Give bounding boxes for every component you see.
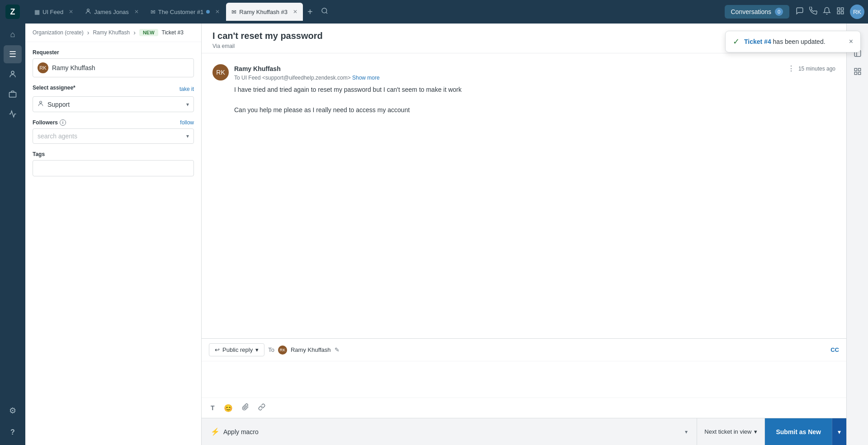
message-body: I have tried and tried again to reset my… — [234, 85, 835, 115]
tab-icon-the-customer: ✉ — [151, 9, 156, 15]
tags-label: Tags — [33, 151, 194, 157]
assignee-value: Support — [47, 101, 183, 108]
messages-area: RK Ramy Khuffash ⋮ 15 minutes ago To UI … — [202, 53, 846, 338]
tab-ui-feed[interactable]: ▦ UI Feed ✕ — [29, 3, 79, 21]
svg-point-2 — [11, 71, 14, 74]
svg-point-10 — [40, 101, 42, 104]
message-body-line2: Can you help me please as I really need … — [234, 105, 835, 115]
tab-the-customer[interactable]: ✉ The Customer #1 ✕ — [145, 3, 225, 21]
breadcrumb-org[interactable]: Organization (create) — [33, 29, 84, 36]
tab-search-button[interactable] — [317, 7, 332, 16]
reply-type-button[interactable]: ↩ Public reply ▾ — [209, 343, 264, 356]
reply-to-avatar: RK — [278, 346, 287, 355]
toast-notification: ✓ Ticket #4 has been updated. × — [725, 31, 861, 52]
svg-rect-18 — [858, 72, 860, 75]
sidebar-item-customers[interactable] — [4, 65, 22, 83]
message-more-btn[interactable]: ⋮ — [788, 64, 795, 73]
message-to-line: To UI Feed <support@uifeedhelp.zendesk.c… — [234, 75, 835, 81]
message-meta: ⋮ 15 minutes ago — [788, 64, 835, 73]
sidebar-item-settings[interactable]: ⚙ — [4, 402, 22, 420]
conversations-button[interactable]: Conversations 0 — [725, 5, 790, 19]
svg-rect-6 — [837, 8, 840, 10]
apply-macro-button[interactable]: ⚡ Apply macro ▾ — [202, 418, 697, 445]
submit-button[interactable]: Submit as New — [765, 418, 832, 445]
assignee-select[interactable]: Support ▾ — [33, 96, 194, 112]
tab-close-ui-feed[interactable]: ✕ — [69, 9, 73, 15]
sidebar-item-views[interactable]: ☰ — [4, 45, 22, 63]
tab-bar: ▦ UI Feed ✕ James Jonas ✕ ✉ The Customer… — [25, 0, 868, 24]
svg-rect-17 — [854, 72, 857, 75]
tags-field[interactable] — [33, 160, 194, 176]
apps-icon[interactable] — [836, 7, 844, 17]
reply-format-bar: T 😊 — [202, 398, 846, 418]
sidebar-item-home[interactable]: ⌂ — [4, 25, 22, 43]
edit-recipient-icon[interactable]: ✎ — [335, 346, 340, 353]
svg-rect-15 — [854, 68, 857, 71]
macro-chevron-icon: ▾ — [685, 429, 688, 435]
search-agents-field[interactable]: search agents ▾ — [33, 128, 194, 144]
conversations-badge: 0 — [775, 8, 783, 16]
phone-icon[interactable] — [809, 7, 817, 17]
tab-james-jonas[interactable]: James Jonas ✕ — [80, 3, 144, 21]
sidebar-item-organizations[interactable] — [4, 85, 22, 103]
toast-text: Ticket #4 has been updated. — [744, 38, 826, 45]
user-avatar[interactable]: RK — [850, 5, 864, 19]
sidebar: Z ⌂ ☰ ⚙ ? — [0, 0, 25, 445]
followers-label-group: Followers i — [33, 119, 66, 126]
svg-rect-8 — [837, 11, 840, 14]
chat-icon[interactable] — [796, 7, 804, 17]
take-it-link[interactable]: take it — [179, 86, 194, 92]
assignee-row: Select assignee* take it — [33, 85, 194, 94]
followers-info-icon[interactable]: i — [60, 119, 66, 126]
logo[interactable]: Z — [5, 4, 21, 20]
search-agents-chevron-icon: ▾ — [186, 133, 189, 139]
tab-icon-ramy-khuffash: ✉ — [231, 9, 236, 15]
reply-body[interactable] — [202, 361, 846, 398]
message-sender: Ramy Khuffash — [234, 65, 281, 72]
format-link-btn[interactable] — [256, 402, 267, 414]
toast-ticket-link[interactable]: Ticket #4 — [744, 38, 771, 45]
breadcrumb-separator: › — [87, 29, 90, 36]
requester-avatar: RK — [38, 62, 48, 73]
svg-text:Z: Z — [10, 7, 15, 16]
tab-icon-james-jonas — [85, 8, 91, 16]
reply-type-label: Public reply — [222, 346, 253, 353]
sidebar-item-help[interactable]: ? — [4, 423, 22, 441]
tab-label-the-customer: The Customer #1 — [158, 9, 203, 15]
content-area: Organization (create) › Ramy Khuffash › … — [25, 24, 868, 445]
message-body-line1: I have tried and tried again to reset my… — [234, 85, 835, 95]
tab-close-ramy-khuffash[interactable]: ✕ — [293, 9, 297, 15]
right-panel-apps-btn[interactable] — [849, 63, 866, 80]
message-time: 15 minutes ago — [798, 66, 835, 72]
cc-button[interactable]: CC — [830, 346, 839, 353]
reply-area: ↩ Public reply ▾ To RK Ramy Khuffash ✎ C… — [202, 338, 846, 418]
tab-ramy-khuffash[interactable]: ✉ Ramy Khuffash #3 ✕ — [226, 3, 303, 21]
support-icon — [38, 100, 44, 108]
ticket-area: I can't reset my password Via email ⋯ RK — [202, 24, 846, 445]
format-text-btn[interactable]: T — [209, 402, 217, 413]
submit-dropdown-button[interactable]: ▾ — [832, 418, 846, 445]
assignee-label: Select assignee* — [33, 85, 75, 91]
next-ticket-button[interactable]: Next ticket in view ▾ — [697, 418, 765, 445]
notifications-icon[interactable] — [823, 7, 831, 17]
sidebar-item-reports[interactable] — [4, 105, 22, 123]
format-attach-btn[interactable] — [240, 402, 251, 414]
follow-link[interactable]: follow — [180, 119, 194, 126]
svg-rect-7 — [841, 8, 844, 10]
tab-dot-the-customer — [206, 10, 210, 14]
add-tab-button[interactable]: + — [304, 7, 316, 17]
message-content: Ramy Khuffash ⋮ 15 minutes ago To UI Fee… — [234, 64, 835, 115]
breadcrumb-requester[interactable]: Ramy Khuffash — [93, 29, 130, 36]
svg-rect-16 — [858, 68, 860, 71]
tab-close-james-jonas[interactable]: ✕ — [134, 9, 139, 15]
requester-field[interactable]: RK Ramy Khuffash — [33, 58, 194, 77]
reply-type-chevron-icon: ▾ — [255, 346, 259, 353]
tab-close-the-customer[interactable]: ✕ — [215, 9, 220, 15]
show-more-link[interactable]: Show more — [352, 75, 380, 81]
requester-label: Requester — [33, 49, 194, 56]
svg-rect-9 — [841, 11, 844, 14]
toast-close-button[interactable]: × — [849, 38, 853, 46]
apply-macro-label: Apply macro — [223, 428, 259, 436]
format-emoji-btn[interactable]: 😊 — [222, 402, 235, 414]
requester-name: Ramy Khuffash — [52, 64, 95, 71]
